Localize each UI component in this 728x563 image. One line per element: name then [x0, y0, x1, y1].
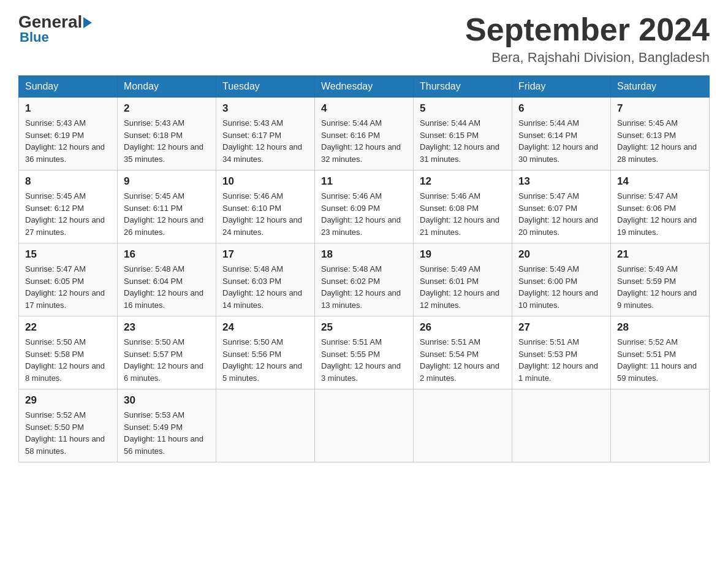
calendar-cell: 13 Sunrise: 5:47 AMSunset: 6:07 PMDaylig…: [512, 170, 611, 243]
day-info: Sunrise: 5:50 AMSunset: 5:58 PMDaylight:…: [25, 336, 111, 384]
calendar-cell: 11 Sunrise: 5:46 AMSunset: 6:09 PMDaylig…: [315, 170, 414, 243]
day-info: Sunrise: 5:48 AMSunset: 6:02 PMDaylight:…: [321, 263, 407, 311]
day-number: 17: [222, 248, 308, 261]
day-info: Sunrise: 5:44 AMSunset: 6:16 PMDaylight:…: [321, 117, 407, 165]
day-number: 25: [321, 321, 407, 334]
col-wednesday: Wednesday: [315, 76, 414, 98]
calendar-cell: 29 Sunrise: 5:52 AMSunset: 5:50 PMDaylig…: [19, 389, 118, 462]
calendar-cell: 28 Sunrise: 5:52 AMSunset: 5:51 PMDaylig…: [611, 316, 710, 389]
title-section: September 2024 Bera, Rajshahi Division, …: [465, 12, 710, 66]
calendar-table: Sunday Monday Tuesday Wednesday Thursday…: [18, 75, 710, 462]
calendar-cell: 17 Sunrise: 5:48 AMSunset: 6:03 PMDaylig…: [216, 243, 315, 316]
day-number: 23: [124, 321, 210, 334]
day-info: Sunrise: 5:45 AMSunset: 6:11 PMDaylight:…: [124, 190, 210, 238]
day-info: Sunrise: 5:50 AMSunset: 5:56 PMDaylight:…: [222, 336, 308, 384]
logo: General Blue: [18, 12, 92, 45]
day-info: Sunrise: 5:47 AMSunset: 6:06 PMDaylight:…: [617, 190, 703, 238]
calendar-cell: 25 Sunrise: 5:51 AMSunset: 5:55 PMDaylig…: [315, 316, 414, 389]
col-tuesday: Tuesday: [216, 76, 315, 98]
day-info: Sunrise: 5:46 AMSunset: 6:08 PMDaylight:…: [420, 190, 506, 238]
calendar-cell: 5 Sunrise: 5:44 AMSunset: 6:15 PMDayligh…: [414, 98, 512, 170]
day-info: Sunrise: 5:52 AMSunset: 5:51 PMDaylight:…: [617, 336, 703, 384]
logo-blue-text: Blue: [20, 29, 49, 45]
col-sunday: Sunday: [19, 76, 118, 98]
main-title: September 2024: [465, 12, 710, 47]
calendar-cell: 26 Sunrise: 5:51 AMSunset: 5:54 PMDaylig…: [414, 316, 512, 389]
day-number: 10: [222, 175, 308, 188]
calendar-week-row: 1 Sunrise: 5:43 AMSunset: 6:19 PMDayligh…: [19, 98, 710, 170]
day-info: Sunrise: 5:49 AMSunset: 6:01 PMDaylight:…: [420, 263, 506, 311]
calendar-cell: 16 Sunrise: 5:48 AMSunset: 6:04 PMDaylig…: [118, 243, 216, 316]
day-number: 11: [321, 175, 407, 188]
day-info: Sunrise: 5:47 AMSunset: 6:05 PMDaylight:…: [25, 263, 111, 311]
day-number: 3: [222, 102, 308, 115]
day-number: 12: [420, 175, 506, 188]
day-info: Sunrise: 5:51 AMSunset: 5:53 PMDaylight:…: [518, 336, 604, 384]
page-header: General Blue September 2024 Bera, Rajsha…: [18, 12, 710, 66]
day-number: 2: [124, 102, 210, 115]
calendar-cell: 23 Sunrise: 5:50 AMSunset: 5:57 PMDaylig…: [118, 316, 216, 389]
calendar-cell: 27 Sunrise: 5:51 AMSunset: 5:53 PMDaylig…: [512, 316, 611, 389]
calendar-header-row: Sunday Monday Tuesday Wednesday Thursday…: [19, 76, 710, 98]
day-info: Sunrise: 5:51 AMSunset: 5:54 PMDaylight:…: [420, 336, 506, 384]
logo-triangle-icon: [83, 17, 92, 28]
calendar-cell: [512, 389, 611, 462]
day-number: 4: [321, 102, 407, 115]
day-number: 24: [222, 321, 308, 334]
calendar-week-row: 8 Sunrise: 5:45 AMSunset: 6:12 PMDayligh…: [19, 170, 710, 243]
day-info: Sunrise: 5:43 AMSunset: 6:19 PMDaylight:…: [25, 117, 111, 165]
calendar-cell: [315, 389, 414, 462]
day-info: Sunrise: 5:51 AMSunset: 5:55 PMDaylight:…: [321, 336, 407, 384]
calendar-cell: 30 Sunrise: 5:53 AMSunset: 5:49 PMDaylig…: [118, 389, 216, 462]
location-subtitle: Bera, Rajshahi Division, Bangladesh: [465, 50, 710, 66]
day-number: 20: [518, 248, 604, 261]
calendar-week-row: 22 Sunrise: 5:50 AMSunset: 5:58 PMDaylig…: [19, 316, 710, 389]
day-info: Sunrise: 5:52 AMSunset: 5:50 PMDaylight:…: [25, 409, 111, 457]
col-monday: Monday: [118, 76, 216, 98]
day-info: Sunrise: 5:49 AMSunset: 5:59 PMDaylight:…: [617, 263, 703, 311]
calendar-cell: 8 Sunrise: 5:45 AMSunset: 6:12 PMDayligh…: [19, 170, 118, 243]
day-number: 30: [124, 394, 210, 407]
calendar-cell: 1 Sunrise: 5:43 AMSunset: 6:19 PMDayligh…: [19, 98, 118, 170]
day-number: 7: [617, 102, 703, 115]
calendar-cell: 19 Sunrise: 5:49 AMSunset: 6:01 PMDaylig…: [414, 243, 512, 316]
day-info: Sunrise: 5:46 AMSunset: 6:09 PMDaylight:…: [321, 190, 407, 238]
day-info: Sunrise: 5:53 AMSunset: 5:49 PMDaylight:…: [124, 409, 210, 457]
day-info: Sunrise: 5:49 AMSunset: 6:00 PMDaylight:…: [518, 263, 604, 311]
day-info: Sunrise: 5:47 AMSunset: 6:07 PMDaylight:…: [518, 190, 604, 238]
day-number: 13: [518, 175, 604, 188]
col-thursday: Thursday: [414, 76, 512, 98]
day-info: Sunrise: 5:45 AMSunset: 6:12 PMDaylight:…: [25, 190, 111, 238]
day-number: 29: [25, 394, 111, 407]
day-info: Sunrise: 5:43 AMSunset: 6:18 PMDaylight:…: [124, 117, 210, 165]
calendar-week-row: 15 Sunrise: 5:47 AMSunset: 6:05 PMDaylig…: [19, 243, 710, 316]
calendar-cell: 3 Sunrise: 5:43 AMSunset: 6:17 PMDayligh…: [216, 98, 315, 170]
day-info: Sunrise: 5:44 AMSunset: 6:14 PMDaylight:…: [518, 117, 604, 165]
day-number: 28: [617, 321, 703, 334]
col-saturday: Saturday: [611, 76, 710, 98]
day-number: 1: [25, 102, 111, 115]
day-number: 22: [25, 321, 111, 334]
calendar-cell: 2 Sunrise: 5:43 AMSunset: 6:18 PMDayligh…: [118, 98, 216, 170]
day-number: 15: [25, 248, 111, 261]
day-info: Sunrise: 5:44 AMSunset: 6:15 PMDaylight:…: [420, 117, 506, 165]
day-number: 5: [420, 102, 506, 115]
day-number: 27: [518, 321, 604, 334]
day-info: Sunrise: 5:48 AMSunset: 6:04 PMDaylight:…: [124, 263, 210, 311]
day-number: 6: [518, 102, 604, 115]
calendar-cell: [216, 389, 315, 462]
calendar-cell: 22 Sunrise: 5:50 AMSunset: 5:58 PMDaylig…: [19, 316, 118, 389]
calendar-cell: 9 Sunrise: 5:45 AMSunset: 6:11 PMDayligh…: [118, 170, 216, 243]
calendar-cell: [611, 389, 710, 462]
calendar-cell: 15 Sunrise: 5:47 AMSunset: 6:05 PMDaylig…: [19, 243, 118, 316]
calendar-cell: 6 Sunrise: 5:44 AMSunset: 6:14 PMDayligh…: [512, 98, 611, 170]
day-number: 26: [420, 321, 506, 334]
day-info: Sunrise: 5:48 AMSunset: 6:03 PMDaylight:…: [222, 263, 308, 311]
day-info: Sunrise: 5:46 AMSunset: 6:10 PMDaylight:…: [222, 190, 308, 238]
calendar-cell: 12 Sunrise: 5:46 AMSunset: 6:08 PMDaylig…: [414, 170, 512, 243]
day-info: Sunrise: 5:50 AMSunset: 5:57 PMDaylight:…: [124, 336, 210, 384]
calendar-cell: 21 Sunrise: 5:49 AMSunset: 5:59 PMDaylig…: [611, 243, 710, 316]
calendar-cell: 4 Sunrise: 5:44 AMSunset: 6:16 PMDayligh…: [315, 98, 414, 170]
day-number: 19: [420, 248, 506, 261]
calendar-cell: 7 Sunrise: 5:45 AMSunset: 6:13 PMDayligh…: [611, 98, 710, 170]
